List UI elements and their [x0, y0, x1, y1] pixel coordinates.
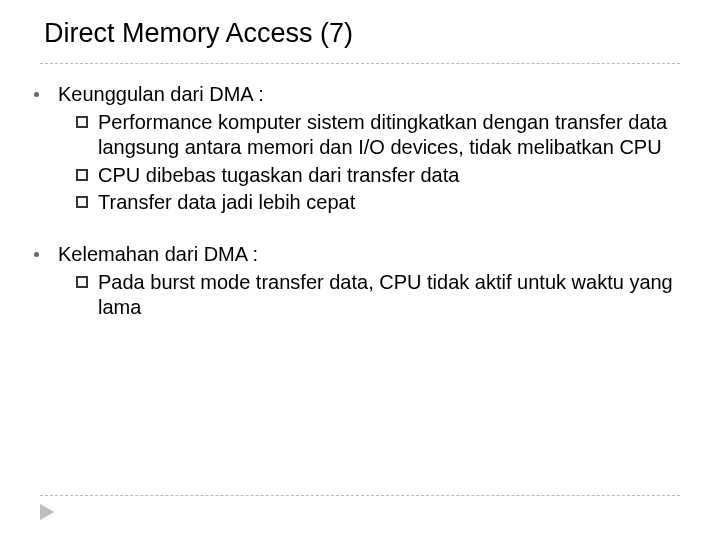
section-advantages: Keunggulan dari DMA : Performance komput…: [40, 82, 680, 216]
section-heading: Kelemahan dari DMA :: [58, 242, 680, 268]
dot-bullet-icon: [34, 252, 39, 257]
square-bullet-icon: [76, 196, 88, 208]
list-item: CPU dibebas tugaskan dari transfer data: [76, 163, 680, 189]
list-item-text: Transfer data jadi lebih cepat: [98, 191, 355, 213]
dot-bullet-icon: [34, 92, 39, 97]
title-divider: [40, 63, 680, 64]
list-item: Transfer data jadi lebih cepat: [76, 190, 680, 216]
list-item-text: CPU dibebas tugaskan dari transfer data: [98, 164, 459, 186]
content-area: Keunggulan dari DMA : Performance komput…: [40, 82, 680, 321]
section-heading: Keunggulan dari DMA :: [58, 82, 680, 108]
square-bullet-icon: [76, 169, 88, 181]
sub-list: Pada burst mode transfer data, CPU tidak…: [76, 270, 680, 321]
square-bullet-icon: [76, 276, 88, 288]
footer-arrow-icon: [40, 504, 60, 520]
list-item-text: Pada burst mode transfer data, CPU tidak…: [98, 271, 673, 319]
list-item-text: Performance komputer sistem ditingkatkan…: [98, 111, 667, 159]
slide-title: Direct Memory Access (7): [44, 18, 680, 49]
slide-container: Direct Memory Access (7) Keunggulan dari…: [0, 0, 720, 321]
svg-marker-0: [40, 504, 54, 520]
section-disadvantages: Kelemahan dari DMA : Pada burst mode tra…: [40, 242, 680, 321]
footer-divider: [40, 495, 680, 496]
sub-list: Performance komputer sistem ditingkatkan…: [76, 110, 680, 216]
list-item: Performance komputer sistem ditingkatkan…: [76, 110, 680, 161]
list-item: Pada burst mode transfer data, CPU tidak…: [76, 270, 680, 321]
square-bullet-icon: [76, 116, 88, 128]
